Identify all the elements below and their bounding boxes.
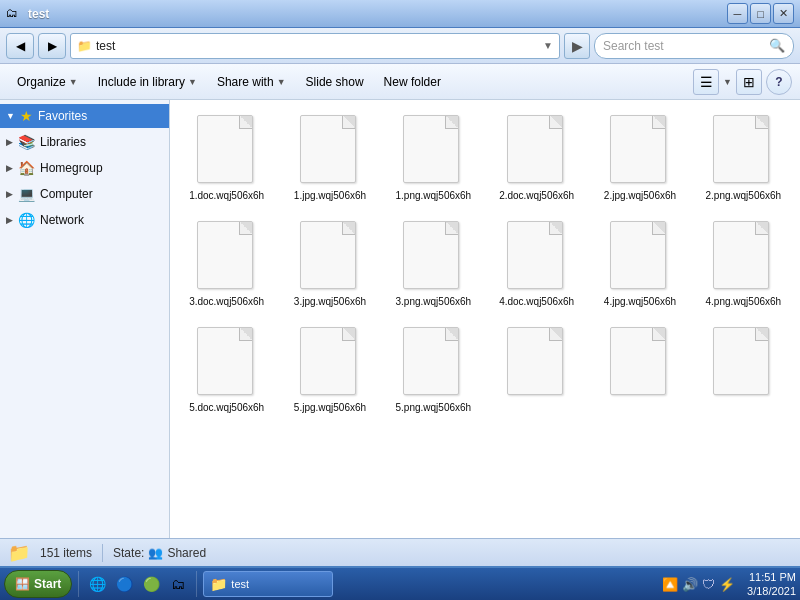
file-page	[403, 221, 459, 289]
file-name: 4.png.wqj506x6h	[706, 296, 782, 307]
search-box[interactable]: 🔍	[594, 33, 794, 59]
file-name: 1.png.wqj506x6h	[396, 190, 472, 201]
ql-explorer-button[interactable]: 🗂	[166, 572, 190, 596]
file-item[interactable]: 1.jpg.wqj506x6h	[281, 108, 378, 208]
file-item[interactable]: 5.jpg.wqj506x6h	[281, 320, 378, 420]
search-input[interactable]	[603, 39, 765, 53]
forward-button[interactable]: ▶	[38, 33, 66, 59]
file-name: 3.doc.wqj506x6h	[189, 296, 264, 307]
taskbar-window-test[interactable]: 📁 test	[203, 571, 333, 597]
expand-icon: ▼	[6, 111, 15, 121]
layout-button[interactable]: ⊞	[736, 69, 762, 95]
sidebar-item-favorites[interactable]: ▼ ★ Favorites	[0, 104, 169, 128]
file-item[interactable]	[695, 320, 792, 420]
tray-icon-2: 🔊	[682, 577, 698, 592]
ql-chrome-button[interactable]: 🟢	[139, 572, 163, 596]
file-page	[197, 221, 253, 289]
file-item[interactable]: 5.png.wqj506x6h	[385, 320, 482, 420]
expand-icon: ▶	[6, 163, 13, 173]
file-icon	[507, 327, 567, 399]
file-name: 5.png.wqj506x6h	[396, 402, 472, 413]
ql-ie-button[interactable]: 🌐	[85, 572, 109, 596]
minimize-button[interactable]: ─	[727, 3, 748, 24]
file-item[interactable]: 2.png.wqj506x6h	[695, 108, 792, 208]
sidebar-item-computer[interactable]: ▶ 💻 Computer	[0, 182, 169, 206]
libraries-icon: 📚	[18, 134, 35, 150]
file-page	[403, 327, 459, 395]
file-page	[507, 221, 563, 289]
address-path: test	[96, 39, 539, 53]
expand-icon: ▶	[6, 137, 13, 147]
back-button[interactable]: ◀	[6, 33, 34, 59]
address-box[interactable]: 📁 test ▼	[70, 33, 560, 59]
sidebar-item-homegroup[interactable]: ▶ 🏠 Homegroup	[0, 156, 169, 180]
file-item[interactable]: 1.png.wqj506x6h	[385, 108, 482, 208]
slide-show-button[interactable]: Slide show	[297, 68, 373, 96]
start-button[interactable]: 🪟 Start	[4, 570, 72, 598]
sidebar-section-favorites: ▼ ★ Favorites	[0, 104, 169, 128]
file-item[interactable]: 2.jpg.wqj506x6h	[591, 108, 688, 208]
sidebar-section-homegroup: ▶ 🏠 Homegroup	[0, 156, 169, 180]
file-page	[197, 115, 253, 183]
file-item[interactable]	[488, 320, 585, 420]
title-bar: 🗂 test ─ □ ✕	[0, 0, 800, 28]
file-name: 1.doc.wqj506x6h	[189, 190, 264, 201]
file-icon	[713, 327, 773, 399]
toolbar: Organize ▼ Include in library ▼ Share wi…	[0, 64, 800, 100]
sidebar-section-libraries: ▶ 📚 Libraries	[0, 130, 169, 154]
share-with-button[interactable]: Share with ▼	[208, 68, 295, 96]
file-icon	[713, 221, 773, 293]
file-page	[610, 221, 666, 289]
file-grid: 1.doc.wqj506x6h 1.jpg.wqj506x6h 1.png.wq…	[178, 108, 792, 420]
sidebar-label-homegroup: Homegroup	[40, 161, 103, 175]
ql-browser-button[interactable]: 🔵	[112, 572, 136, 596]
file-name: 2.png.wqj506x6h	[706, 190, 782, 201]
clock-date: 3/18/2021	[747, 584, 796, 598]
file-item[interactable]: 5.doc.wqj506x6h	[178, 320, 275, 420]
maximize-button[interactable]: □	[750, 3, 771, 24]
sidebar-label-network: Network	[40, 213, 84, 227]
file-item[interactable]: 3.jpg.wqj506x6h	[281, 214, 378, 314]
file-item[interactable]: 1.doc.wqj506x6h	[178, 108, 275, 208]
address-bar: ◀ ▶ 📁 test ▼ ▶ 🔍	[0, 28, 800, 64]
file-item[interactable]: 4.jpg.wqj506x6h	[591, 214, 688, 314]
file-icon	[610, 327, 670, 399]
file-icon	[507, 221, 567, 293]
file-item[interactable]: 3.doc.wqj506x6h	[178, 214, 275, 314]
tray-icon-1: 🔼	[662, 577, 678, 592]
file-item[interactable]: 2.doc.wqj506x6h	[488, 108, 585, 208]
organize-button[interactable]: Organize ▼	[8, 68, 87, 96]
help-button[interactable]: ?	[766, 69, 792, 95]
file-name: 3.jpg.wqj506x6h	[294, 296, 366, 307]
taskbar-right: 🔼 🔊 🛡 ⚡ 11:51 PM 3/18/2021	[656, 570, 796, 599]
file-icon	[197, 327, 257, 399]
search-icon[interactable]: 🔍	[769, 38, 785, 53]
expand-icon: ▶	[6, 189, 13, 199]
go-button[interactable]: ▶	[564, 33, 590, 59]
window-title: test	[28, 7, 49, 21]
include-library-button[interactable]: Include in library ▼	[89, 68, 206, 96]
file-name: 3.png.wqj506x6h	[396, 296, 472, 307]
views-dropdown-icon: ▼	[723, 77, 732, 87]
file-item[interactable]: 4.png.wqj506x6h	[695, 214, 792, 314]
sidebar-label-libraries: Libraries	[40, 135, 86, 149]
favorites-icon: ★	[20, 108, 33, 124]
file-item[interactable]: 4.doc.wqj506x6h	[488, 214, 585, 314]
file-page	[403, 115, 459, 183]
file-item[interactable]: 3.png.wqj506x6h	[385, 214, 482, 314]
start-orb-icon: 🪟	[15, 577, 30, 591]
status-state-value: Shared	[167, 546, 206, 560]
quick-launch: 🌐 🔵 🟢 🗂	[85, 572, 190, 596]
homegroup-icon: 🏠	[18, 160, 35, 176]
sidebar-item-libraries[interactable]: ▶ 📚 Libraries	[0, 130, 169, 154]
share-with-dropdown-icon: ▼	[277, 77, 286, 87]
file-page	[300, 327, 356, 395]
file-item[interactable]	[591, 320, 688, 420]
views-button[interactable]: ☰	[693, 69, 719, 95]
close-button[interactable]: ✕	[773, 3, 794, 24]
file-icon	[610, 221, 670, 293]
file-page	[507, 115, 563, 183]
taskbar: 🪟 Start 🌐 🔵 🟢 🗂 📁 test 🔼 🔊 🛡 ⚡ 11:51 PM …	[0, 566, 800, 600]
new-folder-button[interactable]: New folder	[375, 68, 450, 96]
sidebar-item-network[interactable]: ▶ 🌐 Network	[0, 208, 169, 232]
